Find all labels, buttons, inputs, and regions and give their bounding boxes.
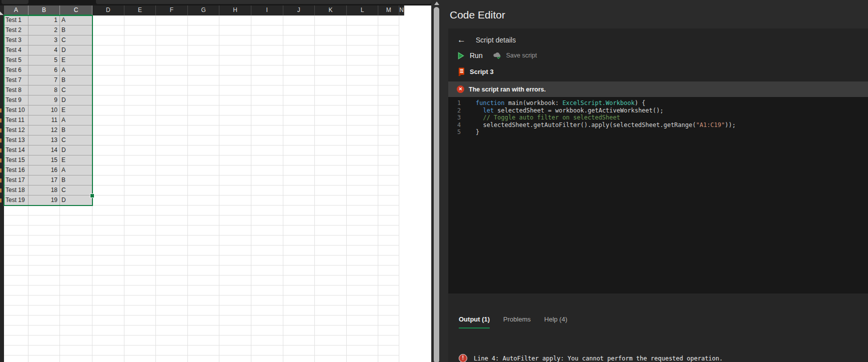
cell[interactable]: B [60,176,92,186]
cell[interactable] [28,226,60,236]
cell[interactable] [60,346,92,356]
cell[interactable] [28,216,60,226]
cell[interactable] [315,206,347,216]
cell[interactable] [124,186,156,196]
cell[interactable] [156,266,188,276]
cell[interactable] [347,346,379,356]
column-header-M[interactable]: M [378,6,399,16]
cell[interactable] [283,126,315,136]
cell[interactable] [283,276,315,286]
code-line[interactable]: 5} [448,128,868,136]
cell[interactable] [28,286,60,296]
cell[interactable]: 3 [28,36,60,46]
cell[interactable] [219,96,251,106]
cell[interactable] [378,296,399,306]
cell[interactable] [124,46,156,56]
cell[interactable] [219,26,251,36]
cell[interactable] [4,226,28,236]
cell[interactable]: 4 [28,46,60,56]
cell[interactable] [283,346,315,356]
cell[interactable]: 13 [28,136,60,146]
cell[interactable] [188,186,220,196]
cell[interactable] [4,306,28,316]
cell[interactable]: Test 1 [4,16,28,26]
cell[interactable] [156,206,188,216]
cell[interactable] [283,96,315,106]
cell[interactable]: 10 [28,106,60,116]
cell[interactable] [378,226,399,236]
cell[interactable]: Test 14 [4,146,28,156]
cell[interactable] [283,336,315,346]
code-line[interactable]: 3 // Toggle auto filter on selectedSheet [448,114,868,122]
cell[interactable] [251,196,283,206]
cell[interactable] [315,176,347,186]
cell[interactable] [315,246,347,256]
cell[interactable] [283,106,315,116]
cell[interactable] [92,286,124,296]
cell[interactable] [251,276,283,286]
cell[interactable] [219,346,251,356]
cell[interactable] [28,316,60,326]
cell[interactable] [156,306,188,316]
cell[interactable] [156,226,188,236]
cell[interactable] [124,146,156,156]
cell[interactable] [251,216,283,226]
cell[interactable] [378,256,399,266]
cell[interactable] [219,336,251,346]
cell[interactable] [283,156,315,166]
cell[interactable]: D [60,96,92,106]
cell[interactable] [378,346,399,356]
cell[interactable] [92,306,124,316]
cell[interactable] [60,326,92,336]
cell[interactable] [28,256,60,266]
cell[interactable] [188,86,220,96]
cell[interactable] [315,226,347,236]
cell[interactable] [283,116,315,126]
cell[interactable] [283,86,315,96]
cell[interactable] [156,256,188,266]
cell[interactable]: Test 19 [4,196,28,206]
cell[interactable]: D [60,46,92,56]
cell[interactable] [219,246,251,256]
cell[interactable] [283,176,315,186]
cell[interactable]: Test 5 [4,56,28,66]
cell[interactable] [156,36,188,46]
cell[interactable] [251,256,283,266]
code-line[interactable]: 4 selectedSheet.getAutoFilter().apply(se… [448,122,868,129]
cell[interactable] [251,186,283,196]
cell[interactable] [219,226,251,236]
cell[interactable]: C [60,136,92,146]
cell[interactable] [378,336,399,346]
cell[interactable] [156,296,188,306]
cell[interactable] [283,326,315,336]
cell[interactable] [188,196,220,206]
cell[interactable] [251,46,283,56]
cell[interactable]: Test 9 [4,96,28,106]
cell[interactable] [156,146,188,156]
cell[interactable] [188,126,220,136]
cell[interactable] [124,26,156,36]
cell[interactable] [251,356,283,362]
cell[interactable]: 14 [28,146,60,156]
cell[interactable] [124,156,156,166]
cell[interactable] [188,26,220,36]
cell[interactable] [60,216,92,226]
cell[interactable]: C [60,186,92,196]
cell[interactable]: Test 10 [4,106,28,116]
cell[interactable] [188,306,220,316]
cell[interactable] [347,356,379,362]
cell[interactable] [315,126,347,136]
cell[interactable] [28,266,60,276]
cell[interactable]: A [60,16,92,26]
cell[interactable] [156,126,188,136]
cell[interactable] [315,106,347,116]
cell[interactable] [92,166,124,176]
cell[interactable] [283,356,315,362]
cell[interactable]: 11 [28,116,60,126]
cell[interactable] [315,156,347,166]
cell[interactable] [378,36,399,46]
cell[interactable] [188,356,220,362]
cell[interactable] [315,116,347,126]
cell[interactable] [124,56,156,66]
column-header-A[interactable]: A [4,6,28,16]
